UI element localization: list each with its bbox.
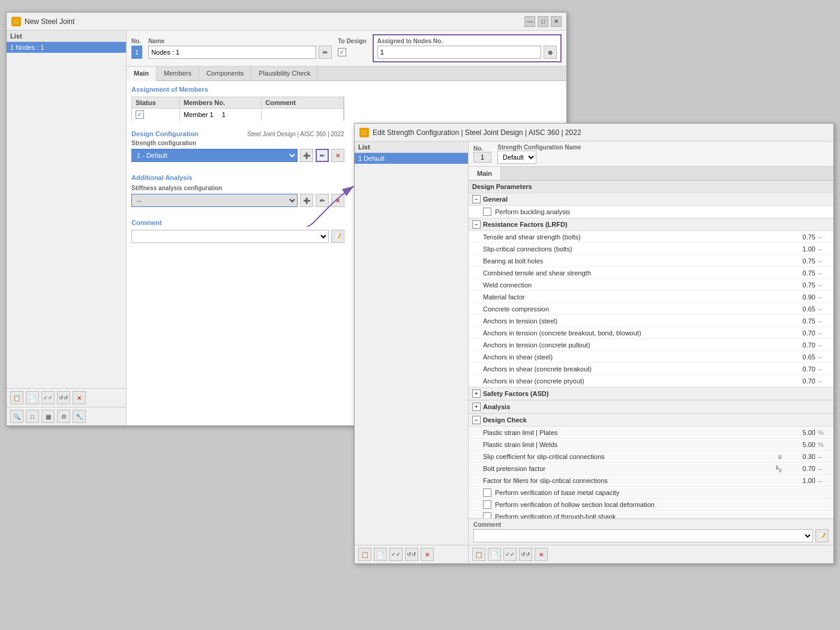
- config-name-label: Strength Configuration Name: [497, 144, 829, 151]
- tab-members[interactable]: Members: [157, 67, 199, 80]
- member-checkbox[interactable]: ✓: [136, 110, 144, 119]
- delete-btn[interactable]: ✕: [73, 391, 86, 404]
- edit-delete-btn[interactable]: ✕: [421, 548, 434, 561]
- hollow-section-row: Perform verification of hollow section l…: [469, 499, 833, 511]
- fillers-row: Factor for fillers for slip-critical con…: [469, 475, 833, 487]
- edit-paste-btn[interactable]: 📄: [374, 548, 387, 561]
- design-check-section: − Design Check Plastic strain limit | Pl…: [469, 414, 833, 518]
- plastic-welds-unit: %: [818, 441, 830, 448]
- edit-toolbar-paste[interactable]: 📄: [488, 548, 501, 561]
- top-form-row: No. 1 Name ✏ To Design ✓: [127, 31, 566, 67]
- copy-btn[interactable]: 📋: [10, 391, 23, 404]
- paste-btn[interactable]: 📄: [26, 391, 39, 404]
- to-design-checkbox[interactable]: ✓: [338, 48, 346, 56]
- tensile-row: Tensile and shear strength (bolts) 0.75 …: [469, 231, 833, 243]
- member-no-cell: Member 1 1: [180, 109, 262, 121]
- edit-copy-btn[interactable]: 📋: [358, 548, 371, 561]
- base-metal-checkbox[interactable]: [483, 488, 491, 497]
- edit-toolbar-copy[interactable]: 📋: [472, 548, 485, 561]
- stiffness-edit-btn[interactable]: ✏: [316, 194, 329, 207]
- design-check-header[interactable]: − Design Check: [469, 414, 833, 427]
- main-titlebar: ⬡ New Steel Joint — □ ✕: [7, 13, 566, 31]
- edit-check-btn[interactable]: ✓✓: [389, 548, 403, 561]
- edit-comment-select[interactable]: [473, 529, 813, 542]
- through-bolt-label: Perform verification of through-bolt sha…: [495, 513, 830, 519]
- design-params-title: Design Parameters: [472, 183, 532, 190]
- assignment-title: Assignment of Members: [131, 86, 344, 93]
- slip-coeff-label: Slip coefficient for slip-critical conne…: [483, 453, 771, 460]
- bearing-unit: --: [818, 257, 830, 265]
- edit-reset-btn[interactable]: ↺↺: [405, 548, 418, 561]
- concrete-comp-unit: --: [818, 305, 830, 313]
- edit-toolbar-reset[interactable]: ↺↺: [519, 548, 532, 561]
- table-row: ✓ Member 1 1: [131, 108, 344, 121]
- safety-header[interactable]: + Safety Factors (ASD): [469, 388, 833, 400]
- edit-toolbar-check[interactable]: ✓✓: [503, 548, 517, 561]
- resistance-header[interactable]: − Resistance Factors (LRFD): [469, 218, 833, 231]
- check-btn[interactable]: ✓✓: [41, 391, 55, 404]
- concrete-comp-label: Concrete compression: [483, 305, 782, 313]
- comment-select[interactable]: [131, 230, 329, 243]
- strength-add-btn[interactable]: ➕: [300, 149, 313, 162]
- config-name-select[interactable]: Default: [497, 151, 536, 164]
- design-check-expand-icon: −: [472, 416, 481, 424]
- fillers-unit: --: [818, 477, 830, 484]
- stiffness-config-select[interactable]: --: [131, 194, 298, 207]
- strength-label: Strength configuration: [131, 140, 344, 146]
- design-params-header: Design Parameters: [469, 181, 833, 193]
- tab-components[interactable]: Components: [199, 67, 251, 80]
- anchor-tension-steel-label: Anchors in tension (steel): [483, 317, 782, 325]
- main-window-title: New Steel Joint: [25, 17, 74, 26]
- reset-btn[interactable]: ↺↺: [57, 391, 70, 404]
- no-label: No.: [131, 38, 142, 44]
- comment-section: Comment 📝: [131, 219, 344, 243]
- combined-label: Combined tensile and shear strength: [483, 269, 782, 277]
- tab-main[interactable]: Main: [127, 67, 157, 81]
- general-header[interactable]: − General: [469, 193, 833, 206]
- minimize-button[interactable]: —: [524, 16, 535, 27]
- anchor-tension-concrete-label: Anchors in tension (concrete breakout, b…: [483, 329, 782, 337]
- anchor-shear-breakout-unit: --: [818, 365, 830, 373]
- general-section: − General Perform buckling analysis: [469, 193, 833, 218]
- assigned-select-btn[interactable]: ⊕: [544, 46, 557, 59]
- buckling-checkbox[interactable]: [483, 208, 491, 216]
- edit-comment-add-btn[interactable]: 📝: [815, 529, 829, 542]
- view-btn[interactable]: □: [26, 410, 39, 423]
- comment-add-btn[interactable]: 📝: [331, 230, 344, 243]
- analysis-header[interactable]: + Analysis: [469, 401, 833, 413]
- main-tab-bar: Main Members Components Plausibility Che…: [127, 67, 566, 81]
- material-row: Material factor 0.90 --: [469, 291, 833, 303]
- edit-name-btn[interactable]: ✏: [319, 46, 332, 59]
- tab-plausibility[interactable]: Plausibility Check: [251, 67, 318, 80]
- edit-toolbar-delete[interactable]: ✕: [535, 548, 548, 561]
- edit-tab-main[interactable]: Main: [469, 167, 501, 180]
- anchor-shear-steel-label: Anchors in shear (steel): [483, 353, 782, 361]
- strength-edit-btn[interactable]: ✏: [316, 149, 329, 162]
- list-item[interactable]: 1 Nodes : 1: [7, 42, 126, 53]
- anchor-shear-breakout-value: 0.70: [782, 365, 818, 373]
- stiffness-delete-btn[interactable]: ✕: [331, 194, 344, 207]
- edit-list-item[interactable]: 1 Default: [355, 153, 468, 164]
- analysis-expand-icon: +: [472, 403, 481, 411]
- slip-label: Slip-critical connections (bolts): [483, 245, 782, 253]
- anchor-shear-steel-value: 0.65: [782, 353, 818, 361]
- analysis-label: Analysis: [483, 403, 510, 410]
- grid-btn[interactable]: ▦: [41, 410, 55, 423]
- assigned-input[interactable]: [377, 46, 541, 59]
- name-input[interactable]: [148, 46, 316, 59]
- maximize-button[interactable]: □: [538, 16, 548, 27]
- close-button[interactable]: ✕: [551, 16, 562, 27]
- strength-delete-btn[interactable]: ✕: [331, 149, 344, 162]
- through-bolt-checkbox[interactable]: [483, 512, 491, 519]
- additional-title: Additional Analysis: [131, 174, 344, 181]
- bearing-row: Bearing at bolt holes 0.75 --: [469, 255, 833, 267]
- to-design-label: To Design: [338, 38, 367, 44]
- stiffness-add-btn[interactable]: ➕: [300, 194, 313, 207]
- tools-btn[interactable]: 🔧: [73, 410, 86, 423]
- hollow-section-checkbox[interactable]: [483, 500, 491, 509]
- edit-titlebar-left: ⬡ Edit Strength Configuration | Steel Jo…: [359, 128, 581, 137]
- plastic-plates-row: Plastic strain limit | Plates 5.00 %: [469, 427, 833, 439]
- search-btn[interactable]: 🔍: [10, 410, 23, 423]
- settings-btn[interactable]: ⚙: [57, 410, 70, 423]
- strength-config-select[interactable]: 1 - Default: [131, 149, 298, 162]
